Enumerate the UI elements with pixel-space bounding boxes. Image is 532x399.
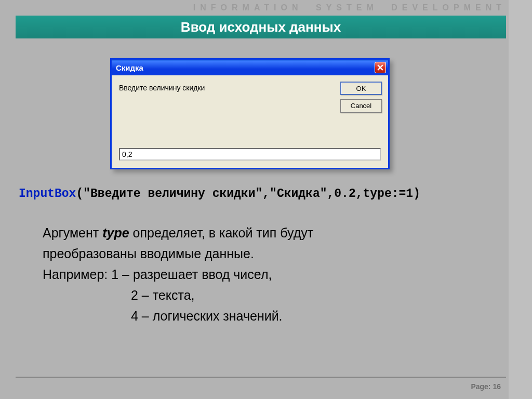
dialog-input[interactable]: 0,2 (119, 148, 381, 161)
cancel-button[interactable]: Cancel (340, 99, 382, 113)
body-text: Аргумент type определяет, в какой тип бу… (43, 222, 469, 326)
ok-button[interactable]: OK (340, 82, 382, 95)
letterhead: INFORMATION SYSTEM DEVELOPMENT (193, 3, 506, 12)
paragraph-line: Аргумент type определяет, в какой тип бу… (43, 222, 469, 243)
page-number: Page: 16 (471, 382, 501, 391)
paragraph-line: преобразованы вводимые данные. (43, 243, 469, 264)
dialog-body: Введите величину скидки OK Cancel 0,2 (112, 75, 388, 168)
text-span: Аргумент (43, 225, 102, 240)
code-arguments: ("Введите величину скидки","Скидка",0.2,… (76, 187, 420, 201)
example-line-2: 2 – текста, (43, 285, 469, 305)
page-divider (16, 377, 506, 378)
close-button[interactable] (375, 62, 386, 73)
example-line-1: Например: 1 – разрешает ввод чисел, (43, 264, 469, 285)
code-function-name: InputBox (19, 187, 76, 201)
text-span: определяет, в какой тип будут (129, 225, 314, 240)
right-margin-strip (509, 0, 532, 399)
dialog-titlebar[interactable]: Скидка (112, 60, 388, 75)
dialog-prompt: Введите величину скидки (119, 84, 205, 92)
close-icon (377, 64, 383, 71)
example-line-3: 4 – логических значений. (43, 305, 469, 326)
dialog-title: Скидка (116, 63, 375, 72)
inputbox-dialog: Скидка Введите величину скидки OK Cancel… (110, 58, 390, 169)
slide-title: Ввод исходных данных (16, 16, 506, 38)
emphasis-type: type (102, 225, 129, 240)
code-example: InputBox("Введите величину скидки","Скид… (19, 187, 420, 201)
